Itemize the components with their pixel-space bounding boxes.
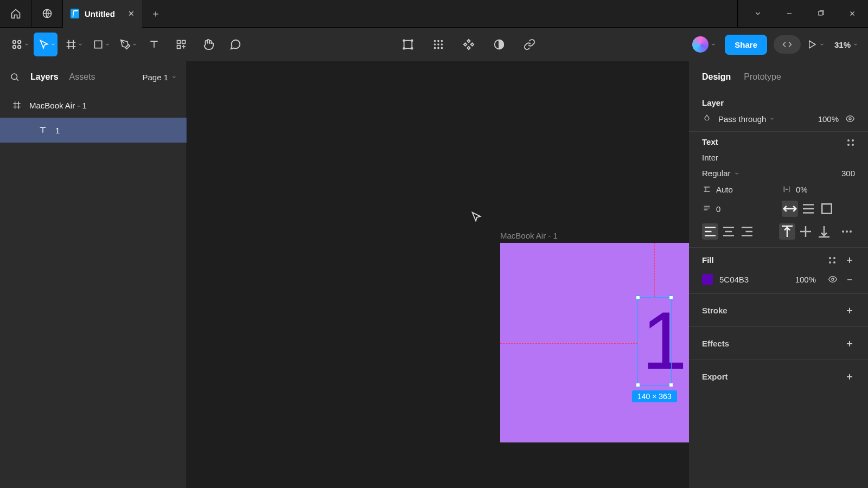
svg-point-4 <box>13 46 16 49</box>
svg-point-20 <box>441 43 443 46</box>
pen-tool[interactable] <box>115 33 139 56</box>
search-icon[interactable] <box>10 72 20 82</box>
canvas-frame-label[interactable]: MacBook Air - 1 <box>500 231 558 240</box>
blend-mode-select[interactable]: Pass through <box>718 114 775 124</box>
font-family-select[interactable]: Inter <box>702 153 718 162</box>
mask-tool[interactable] <box>487 33 511 56</box>
selection-dimensions: 140 × 363 <box>632 390 677 402</box>
fill-visibility-toggle[interactable] <box>828 274 838 284</box>
text-resize-auto-height[interactable] <box>800 201 816 217</box>
text-align-center[interactable] <box>720 223 737 240</box>
resize-handle-tl[interactable] <box>636 296 640 300</box>
hand-tool[interactable] <box>196 33 220 56</box>
layer-opacity-input[interactable]: 100% <box>818 114 839 124</box>
text-more-options[interactable] <box>839 223 855 240</box>
resize-handle-tr[interactable] <box>669 296 673 300</box>
remove-fill-button[interactable]: － <box>844 273 855 286</box>
svg-point-13 <box>403 48 405 49</box>
layers-tab[interactable]: Layers <box>30 72 59 82</box>
alignment-guide-horizontal <box>500 343 637 344</box>
resources-tool[interactable] <box>169 33 193 56</box>
window-minimize-button[interactable] <box>774 0 805 28</box>
text-style-button[interactable] <box>847 138 855 146</box>
add-effect-button[interactable]: ＋ <box>844 337 855 350</box>
frame-icon <box>12 101 22 110</box>
share-button[interactable]: Share <box>725 35 767 55</box>
text-align-bottom[interactable] <box>816 223 832 240</box>
svg-rect-9 <box>177 46 181 49</box>
paragraph-spacing-icon <box>702 204 712 214</box>
svg-point-15 <box>434 40 436 42</box>
community-tab[interactable] <box>31 0 63 28</box>
link-tool[interactable] <box>518 33 541 56</box>
new-tab-button[interactable]: ＋ <box>142 0 169 28</box>
stroke-section-title[interactable]: Stroke <box>702 306 727 315</box>
fill-hex-input[interactable]: 5C04B3 <box>719 275 749 284</box>
line-height-icon <box>702 184 712 194</box>
fill-color-swatch[interactable] <box>702 274 713 285</box>
svg-point-22 <box>437 47 439 49</box>
text-resize-fixed[interactable] <box>819 201 835 217</box>
paragraph-spacing-input[interactable]: 0 <box>716 204 720 214</box>
close-tab-button[interactable]: ✕ <box>128 9 135 18</box>
resize-handle-br[interactable] <box>669 383 673 387</box>
svg-point-2 <box>13 41 16 44</box>
add-export-button[interactable]: ＋ <box>844 370 855 383</box>
design-tab[interactable]: Design <box>702 72 731 82</box>
main-menu-button[interactable] <box>7 33 30 56</box>
home-tab[interactable] <box>0 0 31 28</box>
text-tool[interactable] <box>142 33 166 56</box>
move-tool[interactable] <box>34 33 58 56</box>
svg-point-18 <box>434 43 436 46</box>
window-maximize-button[interactable] <box>805 0 837 28</box>
add-stroke-button[interactable]: ＋ <box>844 304 855 317</box>
prototype-tab[interactable]: Prototype <box>744 72 781 82</box>
text-align-right[interactable] <box>739 223 755 240</box>
window-close-button[interactable] <box>837 0 868 28</box>
add-fill-button[interactable]: ＋ <box>844 253 855 266</box>
text-align-top[interactable] <box>779 223 795 240</box>
frame-tool[interactable] <box>61 33 85 56</box>
text-resize-auto-width[interactable] <box>782 201 798 217</box>
visibility-toggle[interactable] <box>845 114 855 124</box>
text-layer-icon <box>38 126 48 134</box>
font-size-input[interactable]: 300 <box>841 169 855 178</box>
layer-frame-name: MacBook Air - 1 <box>29 101 87 110</box>
dev-mode-button[interactable] <box>774 35 801 54</box>
layer-section-title: Layer <box>702 98 855 107</box>
text-align-middle[interactable] <box>797 223 814 240</box>
fill-opacity-input[interactable]: 100% <box>795 275 816 284</box>
cursor-icon <box>470 211 482 223</box>
fill-style-button[interactable] <box>829 256 837 264</box>
user-avatar-menu[interactable] <box>690 36 718 53</box>
letter-spacing-input[interactable]: 0% <box>796 185 808 194</box>
export-section-title[interactable]: Export <box>702 372 728 381</box>
comment-tool[interactable] <box>224 33 247 56</box>
shape-tool[interactable] <box>88 33 112 56</box>
layer-text-name: 1 <box>55 126 60 135</box>
zoom-control[interactable]: 31% <box>831 40 861 49</box>
font-weight-select[interactable]: Regular <box>702 169 739 178</box>
svg-point-12 <box>411 40 413 41</box>
component-instance-tool[interactable] <box>396 33 420 56</box>
present-button[interactable] <box>807 40 825 49</box>
page-selector[interactable]: Page 1 <box>142 73 177 82</box>
blend-opacity-icon <box>702 114 712 124</box>
resize-handle-bl[interactable] <box>636 383 640 387</box>
svg-point-3 <box>18 41 21 44</box>
layer-row-text[interactable]: 1 <box>0 118 187 143</box>
layer-row-frame[interactable]: MacBook Air - 1 <box>0 93 187 118</box>
create-component-button[interactable] <box>457 33 481 56</box>
document-tab[interactable]: Untitled ✕ <box>63 0 142 28</box>
selection-box[interactable] <box>637 297 672 386</box>
svg-rect-27 <box>822 204 832 214</box>
text-align-left[interactable] <box>702 223 718 240</box>
assets-tab[interactable]: Assets <box>69 72 95 82</box>
chevron-down-button[interactable] <box>742 0 774 28</box>
grid-tool[interactable] <box>426 33 450 56</box>
svg-rect-7 <box>177 41 181 44</box>
line-height-input[interactable]: Auto <box>716 185 733 194</box>
svg-rect-6 <box>94 41 101 48</box>
canvas[interactable]: MacBook Air - 1 1 140 × 363 <box>187 61 689 488</box>
effects-section-title[interactable]: Effects <box>702 339 729 348</box>
